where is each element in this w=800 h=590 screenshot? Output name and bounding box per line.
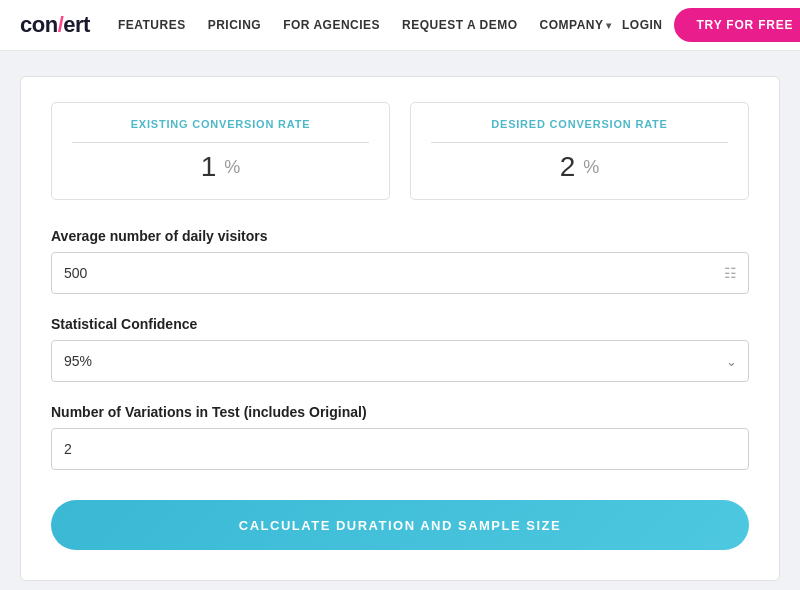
- navbar: con/ert FEATURES PRICING FOR AGENCIES RE…: [0, 0, 800, 51]
- desired-conversion-value: 2: [560, 153, 576, 181]
- nav-links: FEATURES PRICING FOR AGENCIES REQUEST A …: [108, 18, 622, 32]
- nav-features[interactable]: FEATURES: [108, 18, 196, 32]
- desired-conversion-label: DESIRED CONVERSION RATE: [431, 118, 728, 130]
- existing-divider: [72, 142, 369, 143]
- logo-slash: /: [58, 12, 64, 37]
- nav-demo[interactable]: REQUEST A DEMO: [392, 18, 527, 32]
- nav-login[interactable]: LOGIN: [622, 18, 663, 32]
- nav-company-label: COMPANY: [540, 18, 604, 32]
- nav-agencies[interactable]: FOR AGENCIES: [273, 18, 390, 32]
- visitors-input-wrap: ☷: [51, 252, 749, 294]
- calculator-card: EXISTING CONVERSION RATE 1 % DESIRED CON…: [20, 76, 780, 581]
- calculator-icon: ☷: [724, 265, 737, 281]
- desired-value-row: 2 %: [431, 153, 728, 181]
- nav-company[interactable]: COMPANY ▾: [530, 18, 622, 32]
- main-content: EXISTING CONVERSION RATE 1 % DESIRED CON…: [0, 51, 800, 590]
- variations-label: Number of Variations in Test (includes O…: [51, 404, 749, 420]
- existing-percent-sign: %: [224, 157, 240, 178]
- desired-conversion-box: DESIRED CONVERSION RATE 2 %: [410, 102, 749, 200]
- desired-percent-sign: %: [583, 157, 599, 178]
- desired-divider: [431, 142, 728, 143]
- visitors-label: Average number of daily visitors: [51, 228, 749, 244]
- variations-field-group: Number of Variations in Test (includes O…: [51, 404, 749, 470]
- try-free-button[interactable]: TRY FOR FREE: [674, 8, 800, 42]
- visitors-field-group: Average number of daily visitors ☷: [51, 228, 749, 294]
- existing-conversion-value: 1: [201, 153, 217, 181]
- confidence-label: Statistical Confidence: [51, 316, 749, 332]
- existing-value-row: 1 %: [72, 153, 369, 181]
- company-chevron-icon: ▾: [606, 20, 612, 31]
- nav-right: LOGIN TRY FOR FREE: [622, 8, 800, 42]
- confidence-select[interactable]: 90% 95% 99%: [51, 340, 749, 382]
- visitors-input[interactable]: [51, 252, 749, 294]
- variations-input[interactable]: [51, 428, 749, 470]
- nav-pricing[interactable]: PRICING: [198, 18, 272, 32]
- existing-conversion-label: EXISTING CONVERSION RATE: [72, 118, 369, 130]
- confidence-select-wrap: 90% 95% 99% ⌄: [51, 340, 749, 382]
- variations-input-wrap: [51, 428, 749, 470]
- conversion-rate-row: EXISTING CONVERSION RATE 1 % DESIRED CON…: [51, 102, 749, 200]
- calculate-button[interactable]: CALCULATE DURATION AND SAMPLE SIZE: [51, 500, 749, 550]
- confidence-field-group: Statistical Confidence 90% 95% 99% ⌄: [51, 316, 749, 382]
- existing-conversion-box: EXISTING CONVERSION RATE 1 %: [51, 102, 390, 200]
- logo-text: con/ert: [20, 12, 90, 38]
- logo[interactable]: con/ert: [20, 12, 90, 38]
